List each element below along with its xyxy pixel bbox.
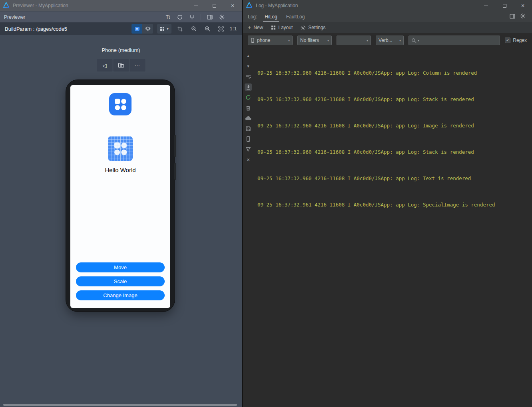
zoom-out-button[interactable] [189, 24, 199, 33]
phone-volume-button [174, 135, 176, 157]
previous-page-button[interactable]: ◁ [97, 59, 112, 71]
rotate-icon [118, 63, 124, 68]
scroll-up-button[interactable]: ▲ [245, 52, 252, 60]
grid-view-dropdown[interactable]: ▾ [157, 24, 171, 34]
maximize-icon [213, 4, 216, 8]
crop-frame-button[interactable] [175, 24, 185, 33]
rotate-device-button[interactable] [113, 59, 129, 71]
scroll-to-end-button[interactable] [245, 83, 252, 91]
settings-button[interactable]: Settings [301, 25, 325, 30]
layout-grid-icon [271, 25, 276, 30]
horizontal-scrollbar[interactable] [3, 404, 237, 406]
check-icon: ✓ [506, 38, 509, 42]
preview-zoom-tools: ▾ 1:1 [132, 24, 237, 34]
cloud-icon [245, 116, 251, 121]
multi-preview-button[interactable] [187, 13, 197, 22]
previewer-panel-label: Previewer [4, 14, 25, 20]
gear-icon [301, 25, 306, 30]
close-button[interactable]: ✕ [514, 0, 532, 11]
log-output[interactable]: 09-25 16:37:32.960 4216-11608 I A0c0d0/J… [253, 48, 532, 407]
funnel-icon [245, 147, 251, 152]
preview-canvas: Phone (medium) ◁ ⋯ [0, 35, 242, 407]
maximize-button[interactable] [495, 0, 514, 11]
up-arrow-icon: ▲ [247, 54, 250, 58]
layout-button[interactable]: Layout [271, 25, 293, 30]
phone-screen[interactable]: Hello World Move Scale Change Image [70, 85, 170, 308]
preview-button-stack: Move Scale Change Image [76, 262, 165, 300]
font-scale-button[interactable]: Tt [163, 13, 173, 22]
restart-session-button[interactable] [245, 94, 252, 101]
minimize-button[interactable] [477, 0, 495, 11]
deveco-logo-icon [246, 2, 252, 10]
chevron-down-icon: ▾ [367, 39, 368, 42]
move-button[interactable]: Move [76, 262, 165, 272]
log-level-value: Verb... [379, 38, 393, 43]
zoom-ratio-label[interactable]: 1:1 [230, 26, 237, 32]
close-icon: ✕ [231, 3, 234, 8]
filter-logs-button[interactable] [245, 146, 252, 153]
maximize-icon [503, 4, 506, 8]
previewer-toolbar: Previewer Tt [0, 11, 242, 22]
save-icon [245, 126, 251, 131]
phone-icon [246, 136, 251, 142]
scroll-down-button[interactable]: ▼ [245, 63, 252, 70]
zoom-in-button[interactable] [203, 24, 212, 33]
phone-power-button [174, 163, 176, 180]
minimize-button[interactable] [187, 0, 205, 11]
scale-button[interactable]: Scale [76, 276, 165, 286]
regex-checkbox[interactable]: ✓ [505, 38, 510, 43]
device-select[interactable]: phone ▾ [248, 36, 293, 45]
soft-wrap-button[interactable] [245, 73, 252, 80]
save-log-button[interactable] [245, 125, 252, 132]
layers-toggle[interactable] [142, 24, 153, 34]
log-settings-button[interactable] [520, 13, 526, 20]
log-window: Log - MyApplication ✕ Log: HiLog FaultLo… [243, 0, 532, 407]
tab-hilog-label: HiLog [265, 14, 277, 20]
panel-layout-button[interactable] [205, 13, 215, 22]
hide-panel-button[interactable] [229, 13, 239, 22]
search-options-caret-icon[interactable]: ▾ [418, 39, 419, 42]
special-image[interactable] [108, 136, 133, 161]
cloud-upload-button[interactable] [245, 115, 252, 122]
tab-faultlog[interactable]: FaultLog [282, 11, 309, 22]
new-session-button[interactable]: + New [248, 25, 263, 30]
filter-preset-value: No filters [300, 38, 319, 43]
layers-icon [145, 26, 151, 32]
back-icon: ◁ [102, 62, 107, 69]
panel-layout-button[interactable] [510, 13, 515, 20]
fit-to-screen-button[interactable] [216, 24, 226, 33]
search-icon [411, 38, 416, 43]
build-param-bar: BuildParam : /pages/code5 ▾ [0, 22, 242, 35]
maximize-button[interactable] [205, 0, 223, 11]
tab-hilog[interactable]: HiLog [260, 11, 281, 22]
log-line: 09-25 16:37:32.960 4216-11608 I A0c0d0/J… [257, 121, 530, 130]
chevron-down-icon: ▾ [399, 39, 401, 42]
regex-toggle[interactable]: ✓ Regex [505, 38, 527, 43]
close-button[interactable]: ✕ [223, 0, 242, 11]
inspect-mode-toggle[interactable] [132, 24, 142, 34]
down-arrow-icon: ▼ [247, 64, 250, 68]
log-tabbar: Log: HiLog FaultLog [243, 11, 532, 22]
zoom-in-icon [205, 26, 210, 32]
device-log-button[interactable] [245, 135, 252, 143]
regex-label: Regex [513, 38, 527, 43]
tab-faultlog-label: FaultLog [286, 14, 305, 20]
log-line: 09-25 16:37:32.960 4216-11608 I A0c0d0/J… [257, 148, 530, 157]
log-line: 09-25 16:37:32.960 4216-11608 I A0c0d0/J… [257, 69, 530, 77]
search-input[interactable] [420, 38, 497, 43]
log-level-select[interactable]: Verb... ▾ [376, 36, 404, 45]
restart-icon [245, 95, 251, 100]
log-line: 09-25 16:37:32.960 4216-11608 I A0c0d0/J… [257, 95, 530, 104]
more-options-button[interactable]: ⋯ [130, 59, 145, 71]
settings-button[interactable] [217, 13, 227, 22]
more-icon: ⋯ [135, 62, 140, 69]
chevron-down-icon: ▾ [327, 39, 329, 42]
filter-preset-select[interactable]: No filters ▾ [297, 36, 332, 45]
change-image-button[interactable]: Change Image [76, 290, 165, 300]
process-select[interactable]: ▾ [337, 36, 371, 45]
log-line: 09-25 16:37:32.961 4216-11608 I A0c0d0/J… [257, 201, 530, 209]
refresh-button[interactable] [175, 13, 185, 22]
close-panel-button[interactable]: ✕ [245, 156, 252, 163]
clear-logs-button[interactable] [245, 104, 252, 111]
desktop: Previewer - MyApplication ✕ Previewer Tt [0, 0, 532, 407]
